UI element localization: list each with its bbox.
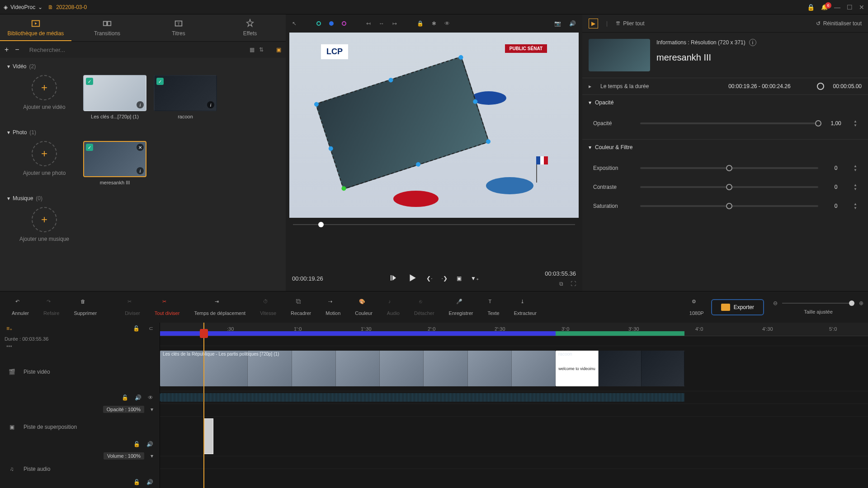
chevron-right-icon[interactable]: ▸ bbox=[589, 83, 591, 89]
music-section-header[interactable]: ▾ Musique (0) bbox=[4, 193, 282, 203]
add-photo-button[interactable]: + bbox=[32, 141, 57, 166]
motion-button[interactable]: ⇢Motion bbox=[318, 299, 348, 316]
safe-zone-icon[interactable]: ▣ bbox=[457, 275, 462, 282]
record-button[interactable]: 🎤Enregistrer bbox=[442, 299, 481, 316]
crop-button[interactable]: ⿻Recadrer bbox=[283, 299, 318, 316]
grid-view-icon[interactable]: ▦ bbox=[250, 47, 255, 53]
tab-transitions[interactable]: Transitions bbox=[71, 14, 143, 41]
sort-icon[interactable]: ⇅ bbox=[259, 47, 264, 53]
opacity-slider[interactable] bbox=[640, 122, 818, 124]
add-media-button[interactable]: + bbox=[5, 46, 9, 54]
info-icon[interactable]: i bbox=[207, 101, 214, 108]
volume-chip[interactable]: Volume : 100% bbox=[104, 452, 144, 460]
photo-section-header[interactable]: ▾ Photo (1) bbox=[4, 127, 282, 137]
extract-button[interactable]: ⤓Extracteur bbox=[507, 299, 544, 316]
redo-button[interactable]: ↷Refaire bbox=[36, 299, 66, 316]
contrast-spinner[interactable]: ▲▼ bbox=[854, 183, 857, 191]
lock-track-icon[interactable]: 🔓 bbox=[133, 479, 140, 485]
overlay-track-header[interactable]: ▣ Piste de superposition bbox=[0, 415, 160, 438]
media-item[interactable]: ✓✕i meresankh III bbox=[83, 141, 146, 185]
target-icon[interactable]: ✱ bbox=[432, 20, 436, 27]
info-icon[interactable]: i bbox=[137, 101, 144, 108]
close-button[interactable]: ✕ bbox=[859, 4, 864, 11]
overlay-image[interactable] bbox=[315, 56, 489, 189]
eye-icon[interactable]: 👁 bbox=[444, 20, 450, 27]
add-marker-icon[interactable]: ▼₊ bbox=[471, 275, 479, 282]
reset-all-button[interactable]: ↺Réinitialiser tout bbox=[816, 20, 862, 27]
step-back-icon[interactable] bbox=[389, 273, 398, 284]
exposure-slider[interactable] bbox=[640, 167, 818, 169]
app-menu[interactable]: ◈ VideoProc ⌄ bbox=[4, 4, 42, 10]
hide-track-icon[interactable]: 👁 bbox=[148, 394, 153, 401]
undo-button[interactable]: ↶Annuler bbox=[5, 299, 36, 316]
preview-scrubber[interactable] bbox=[289, 218, 579, 231]
play-icon[interactable] bbox=[407, 273, 417, 284]
color-filter-section-header[interactable]: ▾Couleur & Filtre bbox=[582, 140, 868, 155]
tab-effects[interactable]: Effets bbox=[214, 14, 286, 41]
ripple-delete-button[interactable]: ⇥Temps de déplacement bbox=[187, 299, 253, 316]
audio-track-header[interactable]: ♫ Piste audio bbox=[0, 462, 160, 477]
mark-in-icon[interactable]: ↤ bbox=[366, 20, 371, 27]
mark-range-icon[interactable]: ↔ bbox=[379, 20, 384, 27]
saturation-slider[interactable] bbox=[640, 205, 818, 207]
collapse-all-button[interactable]: ⇈Plier tout bbox=[616, 20, 644, 27]
contrast-value[interactable]: 0 bbox=[825, 184, 847, 190]
next-frame-icon[interactable]: ·❯ bbox=[442, 275, 448, 282]
chevron-down-icon[interactable]: ▾ bbox=[151, 406, 153, 413]
lock-track-icon[interactable]: 🔓 bbox=[133, 441, 140, 447]
tab-titles[interactable]: T Titres bbox=[143, 14, 214, 41]
detach-button[interactable]: ⎋Détacher bbox=[407, 299, 442, 316]
opacity-section-header[interactable]: ▾Opacité bbox=[582, 95, 868, 110]
split-button[interactable]: ✂Diviser bbox=[118, 299, 147, 316]
search-input[interactable] bbox=[26, 45, 243, 55]
playhead[interactable] bbox=[203, 323, 204, 488]
marker-color-teal[interactable] bbox=[316, 21, 321, 26]
media-item[interactable]: ✓i racoon bbox=[154, 75, 217, 119]
opacity-value[interactable]: 1,00 bbox=[825, 120, 847, 127]
add-track-icon[interactable]: ≡₊ bbox=[6, 325, 12, 332]
notifications-button[interactable]: 🔔 6 bbox=[821, 4, 828, 10]
mute-track-icon[interactable]: 🔊 bbox=[146, 441, 153, 447]
time-section-label[interactable]: Le temps & la durée bbox=[600, 83, 649, 89]
audio-button[interactable]: ♪Audio bbox=[380, 299, 407, 316]
timeline-video-track[interactable]: Les clés de la République - Les partis p… bbox=[160, 346, 868, 391]
mute-track-icon[interactable]: 🔊 bbox=[135, 394, 142, 401]
saturation-value[interactable]: 0 bbox=[825, 203, 847, 209]
minimize-button[interactable]: — bbox=[834, 4, 840, 11]
project-name[interactable]: 🗎 202208-03-0 bbox=[48, 4, 87, 10]
color-button[interactable]: 🎨Couleur bbox=[348, 299, 380, 316]
properties-tab-icon[interactable]: ▶ bbox=[589, 19, 598, 28]
prev-frame-icon[interactable]: ❮· bbox=[426, 275, 432, 282]
timeline-audio-wave-track[interactable] bbox=[160, 391, 868, 404]
add-video-button[interactable]: + bbox=[32, 75, 57, 100]
marker-color-blue[interactable] bbox=[329, 21, 334, 26]
mute-track-icon[interactable]: 🔊 bbox=[146, 479, 153, 485]
info-icon[interactable]: i bbox=[749, 39, 756, 46]
delete-button[interactable]: 🗑Supprimer bbox=[66, 299, 104, 316]
remove-icon[interactable]: ✕ bbox=[137, 144, 144, 151]
overlay-clip[interactable] bbox=[203, 418, 213, 454]
speed-button[interactable]: ⏱Vitesse bbox=[253, 299, 283, 316]
exposure-spinner[interactable]: ▲▼ bbox=[854, 164, 857, 172]
remove-media-button[interactable]: − bbox=[15, 46, 19, 54]
timeline-overlay-track[interactable] bbox=[160, 417, 868, 456]
opacity-spinner[interactable]: ▲▼ bbox=[854, 119, 857, 127]
contrast-slider[interactable] bbox=[640, 186, 818, 188]
text-button[interactable]: TTexte bbox=[480, 299, 506, 316]
lock-icon[interactable]: 🔓 bbox=[133, 325, 140, 332]
zoom-in-icon[interactable]: ⊕ bbox=[859, 300, 863, 306]
preview-canvas[interactable]: LCP PUBLIC SÉNAT bbox=[289, 33, 579, 218]
chevron-down-icon[interactable]: ▾ bbox=[151, 453, 153, 459]
add-music-button[interactable]: + bbox=[32, 207, 57, 232]
cursor-tool-icon[interactable]: ↖ bbox=[292, 20, 297, 27]
detach-preview-icon[interactable]: ⧉ bbox=[559, 281, 563, 287]
video-clip[interactable]: racoon welcome to videoinu bbox=[556, 351, 684, 386]
tab-media-library[interactable]: Bibliothèque de médias bbox=[0, 14, 71, 41]
zoom-out-icon[interactable]: ⊖ bbox=[773, 300, 778, 306]
split-all-button[interactable]: ✂Tout diviser bbox=[147, 299, 187, 316]
volume-icon[interactable]: 🔊 bbox=[569, 20, 576, 27]
saturation-spinner[interactable]: ▲▼ bbox=[854, 202, 857, 210]
opacity-chip[interactable]: Opacité : 100% bbox=[103, 406, 144, 413]
video-track-header[interactable]: 🎬 Piste vidéo bbox=[0, 352, 160, 392]
timeline-audio-track[interactable] bbox=[160, 469, 868, 488]
